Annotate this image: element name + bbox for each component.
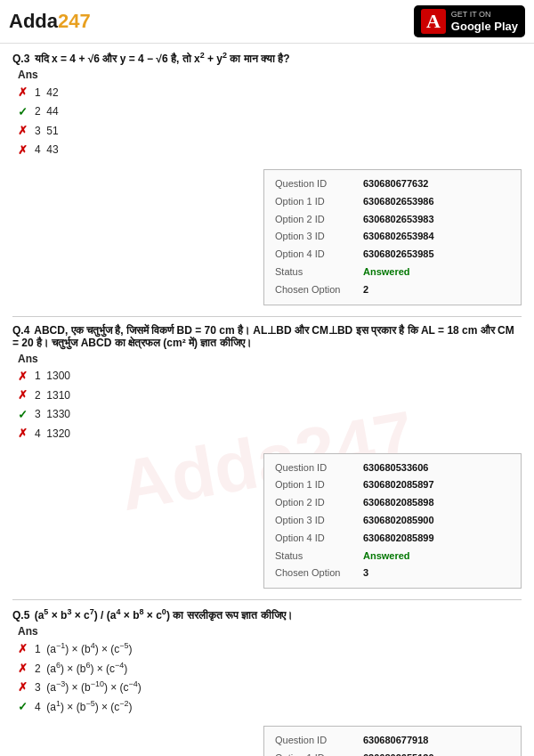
question-q3-ans-label: Ans — [18, 69, 38, 81]
option-q5-2-text: 2 (a6) × (b6) × (c−4) — [35, 660, 127, 677]
option-q3-2: ✓ 2 44 — [18, 103, 522, 121]
option-q4-2: ✗ 2 1310 — [18, 386, 522, 404]
divider-q4-q5 — [12, 599, 522, 600]
option-q3-4-mark: ✗ — [18, 142, 30, 159]
info-box-q4: Question ID630680533606 Option 1 ID63068… — [263, 453, 522, 589]
info-box-q3: Question ID630680677632 Option 1 ID63068… — [263, 169, 522, 305]
option-q3-4-text: 4 43 — [35, 142, 59, 158]
option-q5-3: ✗ 3 (a−3) × (b−10) × (c−4) — [18, 679, 522, 696]
option-q4-4-text: 4 1320 — [35, 426, 70, 442]
option-q3-3: ✗ 3 51 — [18, 122, 522, 140]
question-q3-text: यदि x = 4 + √6 और y = 4 − √6 है, तो x2 +… — [35, 53, 290, 65]
google-play-text: GET IT ON Google Play — [451, 10, 518, 33]
option-q5-4: ✓ 4 (a1) × (b−5) × (c−2) — [18, 698, 522, 716]
question-q5-header: Q.5 (a5 × b3 × c7) / (a4 × b8 × c0) का स… — [12, 607, 522, 622]
divider-q3-q4 — [12, 316, 522, 317]
logo-adda: Adda — [9, 10, 58, 33]
option-q4-2-text: 2 1310 — [35, 387, 70, 403]
option-q4-1-mark: ✗ — [18, 368, 30, 386]
option-q3-3-mark: ✗ — [18, 122, 30, 140]
question-q4-header: Q.4 ABCD, एक चतुर्भुज है, जिसमें विकर्ण … — [12, 324, 522, 349]
option-q5-2-mark: ✗ — [18, 660, 30, 678]
option-q4-4: ✗ 4 1320 — [18, 425, 522, 443]
question-q3-num: Q.3 — [12, 53, 29, 65]
option-q5-1-mark: ✗ — [18, 640, 30, 658]
option-q4-3-text: 3 1330 — [35, 406, 70, 422]
option-q3-2-mark: ✓ — [18, 103, 30, 121]
option-q4-3: ✓ 3 1330 — [18, 406, 522, 424]
question-block-q3: Q.3 यदि x = 4 + √6 और y = 4 − √6 है, तो … — [12, 51, 522, 305]
google-play-label: Google Play — [451, 20, 518, 34]
option-q3-1-mark: ✗ — [18, 84, 30, 102]
logo-num: 247 — [58, 10, 91, 33]
option-q5-1-text: 1 (a−1) × (b4) × (c−5) — [35, 640, 133, 657]
question-q3-options: Ans ✗ 1 42 ✓ 2 44 ✗ 3 51 ✗ 4 43 — [18, 69, 522, 159]
logo: Adda 247 — [9, 10, 91, 33]
option-q3-4: ✗ 4 43 — [18, 142, 522, 159]
question-q5-num: Q.5 — [12, 609, 29, 622]
option-q3-3-text: 3 51 — [35, 123, 59, 139]
option-q4-1: ✗ 1 1300 — [18, 368, 522, 386]
google-play-button[interactable]: A GET IT ON Google Play — [414, 5, 525, 37]
main-content: Adda247 Q.3 यदि x = 4 + √6 और y = 4 − √6… — [0, 44, 534, 756]
option-q4-2-mark: ✗ — [18, 386, 30, 404]
question-q3-header: Q.3 यदि x = 4 + √6 और y = 4 − √6 है, तो … — [12, 51, 522, 65]
question-q4-options: Ans ✗ 1 1300 ✗ 2 1310 ✓ 3 1330 ✗ 4 1320 — [18, 353, 522, 443]
question-q5-text: (a5 × b3 × c7) / (a4 × b8 × c0) का सरलीक… — [35, 609, 293, 622]
question-block-q5: Q.5 (a5 × b3 × c7) / (a4 × b8 × c0) का स… — [12, 607, 522, 756]
info-box-q5: Question ID630680677918 Option 1 ID63068… — [263, 726, 522, 756]
option-q3-2-text: 2 44 — [35, 103, 59, 119]
question-q4-num: Q.4 — [12, 324, 29, 337]
google-play-a-icon: A — [421, 9, 446, 34]
question-q5-ans-label: Ans — [18, 625, 38, 638]
question-q5-options: Ans ✗ 1 (a−1) × (b4) × (c−5) ✗ 2 (a6) × … — [18, 625, 522, 715]
option-q5-3-mark: ✗ — [18, 679, 30, 696]
option-q3-1-text: 1 42 — [35, 85, 59, 101]
option-q4-1-text: 1 1300 — [35, 368, 70, 384]
question-block-q4: Q.4 ABCD, एक चतुर्भुज है, जिसमें विकर्ण … — [12, 324, 522, 589]
option-q5-4-text: 4 (a1) × (b−5) × (c−2) — [35, 698, 133, 715]
option-q4-3-mark: ✓ — [18, 406, 30, 424]
question-q4-ans-label: Ans — [18, 353, 38, 365]
question-q4-text: ABCD, एक चतुर्भुज है, जिसमें विकर्ण BD =… — [12, 324, 514, 349]
option-q4-4-mark: ✗ — [18, 425, 30, 443]
option-q3-1: ✗ 1 42 — [18, 84, 522, 102]
option-q5-4-mark: ✓ — [18, 698, 30, 716]
get-it-on-label: GET IT ON — [451, 10, 518, 20]
option-q5-3-text: 3 (a−3) × (b−10) × (c−4) — [35, 679, 142, 695]
header: Adda 247 A GET IT ON Google Play — [0, 0, 534, 44]
option-q5-1: ✗ 1 (a−1) × (b4) × (c−5) — [18, 640, 522, 658]
option-q5-2: ✗ 2 (a6) × (b6) × (c−4) — [18, 660, 522, 678]
